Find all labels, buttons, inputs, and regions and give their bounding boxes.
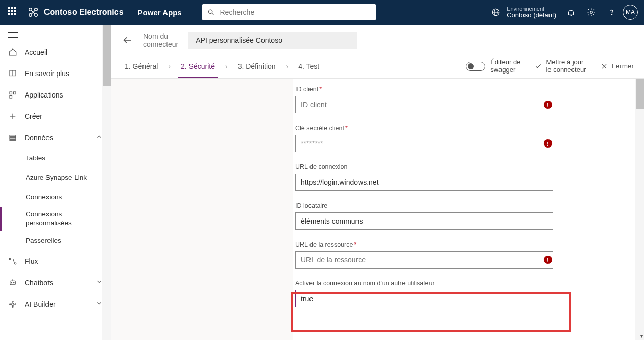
book-icon: [8, 69, 17, 78]
field-client-id: ID client* !: [295, 86, 571, 113]
close-button[interactable]: Fermer: [601, 62, 634, 70]
client-secret-input[interactable]: [295, 135, 553, 152]
chevron-down-icon: [96, 300, 103, 308]
error-icon: !: [543, 139, 553, 148]
left-gray-panel: [111, 79, 293, 340]
data-icon: [8, 133, 17, 142]
sidebar-item-connections[interactable]: Connexions: [0, 187, 111, 207]
sidebar-item-home[interactable]: Accueil: [0, 41, 111, 63]
sidebar-item-create[interactable]: Créer: [0, 106, 111, 127]
brand-name: Contoso Electronics: [44, 8, 124, 17]
resource-url-input[interactable]: [295, 251, 553, 269]
svg-point-31: [15, 303, 16, 304]
back-arrow-icon[interactable]: [122, 35, 133, 46]
sidebar-item-label: Passerelles: [26, 237, 61, 245]
chevron-right-icon: ›: [168, 62, 171, 70]
svg-text:!: !: [547, 102, 549, 108]
swagger-toggle[interactable]: Éditeur deswagger: [466, 59, 520, 74]
scrollbar-thumb[interactable]: [636, 79, 644, 109]
sidebar-item-apps[interactable]: Applications: [0, 84, 111, 106]
field-login-url: URL de connexion: [295, 163, 571, 191]
flow-icon: [8, 257, 17, 266]
sidebar-scrollbar[interactable]: [102, 25, 111, 340]
step-general[interactable]: 1. Général: [122, 54, 161, 78]
svg-point-33: [12, 306, 13, 307]
sidebar-item-label: En savoir plus: [25, 69, 69, 78]
svg-rect-15: [10, 92, 12, 94]
plus-icon: [8, 112, 17, 121]
svg-point-6: [208, 10, 212, 13]
connector-name-input[interactable]: API personnalisée Contoso: [188, 32, 357, 49]
sidebar-item-label: Chatbots: [25, 279, 53, 287]
svg-rect-21: [10, 137, 16, 139]
brand-logo-icon: [28, 7, 39, 18]
error-icon: !: [543, 255, 553, 264]
tenant-id-label: ID locataire: [295, 202, 571, 209]
step-test[interactable]: 4. Test: [295, 54, 322, 78]
sidebar-item-tables[interactable]: Tables: [0, 149, 111, 168]
svg-text:!: !: [547, 140, 549, 147]
chevron-right-icon: ›: [225, 62, 228, 70]
svg-point-24: [15, 263, 16, 264]
notifications-icon[interactable]: [566, 8, 576, 17]
sidebar-item-synapse[interactable]: Azure Synapse Link: [0, 168, 111, 187]
svg-rect-20: [10, 135, 16, 136]
sidebar-item-learn[interactable]: En savoir plus: [0, 63, 111, 84]
sidebar-item-flows[interactable]: Flux: [0, 251, 111, 272]
error-icon: !: [543, 100, 553, 109]
svg-point-11: [590, 11, 593, 14]
tenant-id-input[interactable]: [295, 212, 553, 230]
environment-icon: [491, 8, 500, 17]
sidebar-item-chatbots[interactable]: Chatbots: [0, 272, 111, 294]
sidebar-item-custom-connectors[interactable]: Connexions personnalisées: [0, 207, 111, 231]
menu-toggle-icon[interactable]: [8, 32, 18, 38]
svg-rect-25: [10, 281, 16, 285]
form-area: ID client* ! Clé secrète client* !: [111, 79, 644, 340]
search-box[interactable]: [202, 4, 376, 20]
field-tenant-id: ID locataire: [295, 202, 571, 230]
sidebar-item-label: Créer: [25, 112, 42, 120]
settings-icon[interactable]: [587, 8, 596, 17]
svg-point-27: [11, 282, 12, 283]
check-icon: [535, 63, 542, 70]
user-avatar[interactable]: MA: [623, 5, 638, 20]
field-onbehalf: Activer la connexion au nom d'un autre u…: [295, 280, 571, 307]
login-url-input[interactable]: [295, 174, 553, 191]
environment-picker[interactable]: Environnement Contoso (défaut): [491, 6, 556, 19]
sidebar-item-label: Connexions: [26, 193, 62, 201]
environment-value: Contoso (défaut): [507, 12, 556, 19]
waffle-icon[interactable]: [8, 7, 18, 17]
client-id-input[interactable]: [295, 96, 553, 113]
search-input[interactable]: [220, 8, 370, 16]
toggle-switch[interactable]: [466, 62, 485, 71]
help-icon[interactable]: [607, 8, 616, 17]
svg-rect-16: [14, 92, 16, 94]
sidebar-item-label: AI Builder: [25, 300, 56, 308]
svg-point-29: [12, 303, 14, 305]
sidebar-item-aibuilder[interactable]: AI Builder: [0, 294, 111, 315]
sidebar-item-label: Connexions personnalisées: [26, 210, 72, 227]
sidebar-item-data[interactable]: Données: [0, 127, 111, 149]
app-header: Contoso Electronics Power Apps Environne…: [0, 0, 644, 25]
scroll-down-icon[interactable]: ▾: [640, 333, 643, 339]
chatbot-icon: [8, 278, 17, 287]
product-name[interactable]: Power Apps: [138, 8, 182, 17]
connector-name-label: Nom duconnecteur: [143, 32, 178, 48]
svg-rect-17: [10, 95, 12, 98]
main-scrollbar[interactable]: ▾: [635, 79, 644, 340]
update-connector-button[interactable]: Mettre à jourle connecteur: [535, 59, 586, 74]
sidebar: Accueil En savoir plus Applications Crée…: [0, 25, 111, 340]
onbehalf-input[interactable]: [295, 290, 553, 307]
ai-icon: [8, 300, 17, 309]
step-security[interactable]: 2. Sécurité: [178, 54, 218, 78]
scrollbar-thumb[interactable]: [103, 25, 111, 86]
svg-point-23: [9, 258, 11, 260]
svg-point-30: [10, 303, 11, 304]
svg-text:!: !: [547, 257, 549, 263]
sidebar-item-label: Accueil: [25, 48, 47, 56]
step-definition[interactable]: 3. Définition: [235, 54, 279, 78]
apps-icon: [8, 90, 17, 100]
client-id-label: ID client*: [295, 86, 571, 93]
resource-url-label: URL de la ressource*: [295, 241, 571, 248]
sidebar-item-gateways[interactable]: Passerelles: [0, 231, 111, 251]
